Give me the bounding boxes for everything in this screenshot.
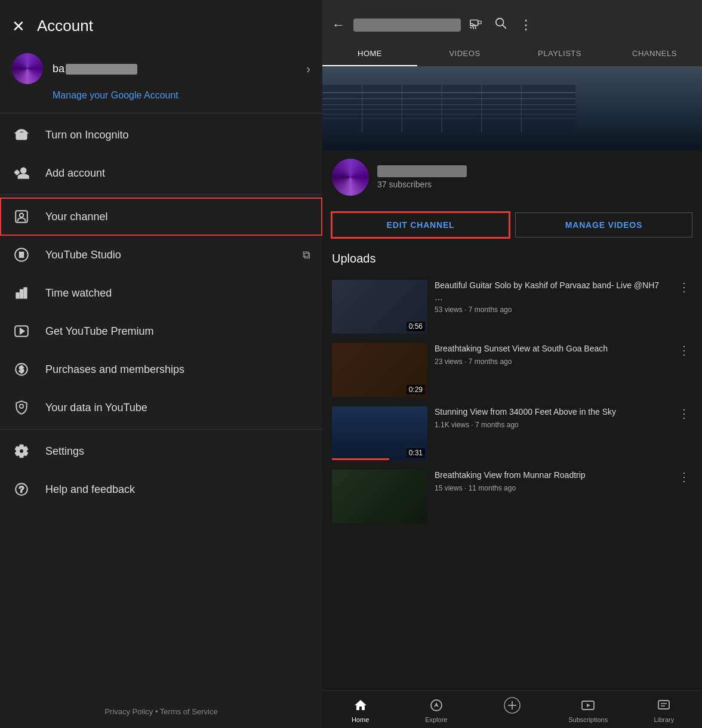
svg-point-10 — [20, 405, 24, 409]
menu-label-premium: Get YouTube Premium — [45, 325, 310, 338]
settings-icon — [12, 442, 31, 461]
channel-username-blurred — [377, 165, 467, 177]
video-more-icon[interactable]: ⋮ — [676, 406, 692, 421]
nav-explore[interactable]: Explore — [398, 691, 474, 728]
video-duration: 0:56 — [407, 322, 425, 331]
more-options-icon[interactable]: ⋮ — [519, 17, 532, 33]
svg-rect-14 — [478, 21, 482, 24]
video-info: Beautiful Guitar Solo by Kashif of Parva… — [435, 280, 669, 314]
menu-label-settings: Settings — [45, 445, 310, 458]
account-header: ✕ Account — [0, 0, 322, 47]
person-box-icon — [12, 207, 31, 226]
manage-account-link[interactable]: Manage your Google Account — [0, 88, 322, 110]
account-title: Account — [37, 17, 93, 35]
channel-tabs: HOME VIDEOS PLAYLISTS CHANNELS — [322, 41, 702, 67]
svg-point-2 — [20, 253, 24, 257]
right-panel: ← ⋮ HOME VIDEOS PLAYLISTS CHANNELS — [322, 0, 702, 728]
tab-home[interactable]: HOME — [322, 41, 417, 66]
svg-text:$: $ — [19, 365, 24, 374]
question-circle-icon: ? — [12, 480, 31, 499]
person-shield-icon — [12, 398, 31, 417]
svg-rect-36 — [658, 701, 669, 709]
nav-explore-label: Explore — [425, 716, 447, 723]
action-buttons: EDIT CHANNEL MANAGE VIDEOS — [322, 203, 702, 246]
guitar-visual — [322, 85, 575, 132]
username: ba — [53, 63, 137, 75]
video-meta: 53 views · 7 months ago — [435, 306, 669, 314]
video-more-icon[interactable]: ⋮ — [676, 470, 692, 484]
menu-item-premium[interactable]: Get YouTube Premium — [0, 312, 322, 350]
edit-channel-button[interactable]: EDIT CHANNEL — [332, 212, 509, 237]
play-circle-icon — [12, 322, 31, 341]
nav-library[interactable]: Library — [626, 691, 702, 728]
video-duration: 0:31 — [407, 448, 425, 458]
channel-banner — [322, 67, 702, 150]
divider-top — [0, 113, 322, 113]
header-icons: ⋮ — [469, 17, 532, 33]
home-icon — [352, 697, 369, 714]
cast-icon[interactable] — [469, 17, 482, 33]
video-meta: 15 views · 11 months ago — [435, 484, 669, 492]
svg-rect-5 — [24, 288, 26, 298]
menu-label-your-channel: Your channel — [45, 211, 310, 223]
incognito-icon — [12, 125, 31, 144]
tab-playlists[interactable]: PLAYLISTS — [512, 41, 607, 66]
svg-rect-4 — [20, 290, 23, 298]
tab-videos[interactable]: VIDEOS — [417, 41, 512, 66]
left-panel: ✕ Account ba › Manage your Google Accoun… — [0, 0, 322, 728]
video-meta: 1.1K views · 7 months ago — [435, 421, 669, 429]
chevron-right-icon: › — [306, 62, 310, 76]
youtube-studio-icon — [12, 245, 31, 264]
svg-marker-7 — [20, 329, 24, 334]
nav-subscriptions-label: Subscriptions — [568, 716, 608, 723]
footer-links: Privacy Policy • Terms of Service — [0, 707, 322, 716]
menu-label-add-account: Add account — [45, 167, 310, 180]
nav-home[interactable]: Home — [322, 691, 398, 728]
video-item: Breathtaking View from Munnar Roadtrip 1… — [332, 465, 692, 528]
video-title: Breathtaking Sunset View at South Goa Be… — [435, 343, 669, 355]
close-icon[interactable]: ✕ — [12, 18, 25, 34]
video-thumbnail: 0:31 — [332, 406, 427, 460]
search-icon[interactable] — [494, 17, 507, 33]
video-duration: 0:29 — [407, 385, 425, 394]
video-more-icon[interactable]: ⋮ — [676, 343, 692, 357]
subscriptions-icon — [580, 697, 596, 714]
menu-item-time-watched[interactable]: Time watched — [0, 274, 322, 312]
video-thumbnail: 0:29 — [332, 343, 427, 397]
menu-item-add-account[interactable]: Add account — [0, 154, 322, 192]
svg-line-16 — [503, 25, 506, 28]
menu-item-incognito[interactable]: Turn on Incognito — [0, 116, 322, 154]
menu-label-incognito: Turn on Incognito — [45, 129, 310, 141]
video-title: Stunning View from 34000 Feet Above in t… — [435, 406, 669, 418]
nav-add[interactable] — [474, 691, 550, 728]
manage-videos-button[interactable]: MANAGE VIDEOS — [515, 212, 692, 237]
nav-subscriptions[interactable]: Subscriptions — [550, 691, 626, 728]
user-row[interactable]: ba › — [0, 47, 322, 88]
menu-item-your-data[interactable]: Your data in YouTube — [0, 388, 322, 427]
svg-marker-35 — [587, 704, 590, 707]
add-icon — [504, 697, 521, 714]
video-more-icon[interactable]: ⋮ — [676, 280, 692, 294]
video-meta: 23 views · 7 months ago — [435, 357, 669, 366]
menu-label-purchases: Purchases and memberships — [45, 363, 310, 376]
menu-label-help: Help and feedback — [45, 483, 310, 496]
user-info: ba — [53, 63, 297, 75]
back-button[interactable]: ← — [332, 17, 345, 33]
channel-info-row: 37 subscribers — [322, 150, 702, 203]
video-info: Stunning View from 34000 Feet Above in t… — [435, 406, 669, 429]
dollar-circle-icon: $ — [12, 360, 31, 379]
menu-item-youtube-studio[interactable]: YouTube Studio ⧉ — [0, 236, 322, 274]
menu-item-your-channel[interactable]: Your channel — [0, 198, 322, 236]
menu-item-purchases[interactable]: $ Purchases and memberships — [0, 350, 322, 388]
menu-label-your-data: Your data in YouTube — [45, 402, 310, 414]
subscriber-count: 37 subscribers — [377, 180, 692, 189]
menu-item-settings[interactable]: Settings — [0, 432, 322, 470]
bar-chart-icon — [12, 283, 31, 303]
svg-marker-30 — [434, 702, 439, 707]
menu-item-help[interactable]: ? Help and feedback — [0, 470, 322, 508]
video-title: Beautiful Guitar Solo by Kashif of Parva… — [435, 280, 669, 303]
video-progress-bar — [332, 458, 389, 460]
avatar — [12, 53, 43, 84]
svg-point-1 — [20, 214, 24, 218]
tab-channels[interactable]: CHANNELS — [607, 41, 702, 66]
